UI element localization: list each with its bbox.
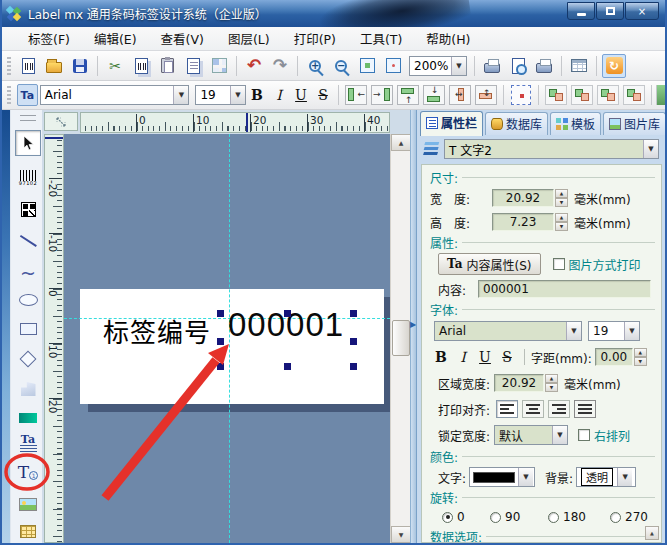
zoom-level-select[interactable]: 200% ▼ xyxy=(409,56,467,76)
curve-tool[interactable]: ~ xyxy=(15,260,41,286)
print-setup-button[interactable] xyxy=(480,54,504,78)
print-align-center-button[interactable] xyxy=(522,400,544,418)
line-tool[interactable] xyxy=(15,228,41,254)
selection-handle[interactable] xyxy=(350,363,357,370)
ellipse-tool[interactable] xyxy=(15,287,41,313)
open-button[interactable] xyxy=(42,54,66,78)
polygon-tool[interactable] xyxy=(15,376,41,402)
print-align-right-button[interactable] xyxy=(548,400,570,418)
scrollbar-thumb[interactable] xyxy=(392,320,410,356)
object-selector[interactable]: T 文字2 ▼ xyxy=(444,139,659,159)
duplicate-button[interactable] xyxy=(181,54,205,78)
menu-help[interactable]: 帮助(H) xyxy=(414,26,482,51)
table-tool[interactable] xyxy=(15,518,41,544)
options-button[interactable]: ↻ xyxy=(602,54,626,78)
fill-rect-tool[interactable] xyxy=(15,405,41,431)
selection-handle[interactable] xyxy=(217,338,224,345)
toolbox-grip[interactable] xyxy=(15,112,41,124)
fit-selection-button[interactable] xyxy=(381,54,405,78)
diamond-tool[interactable] xyxy=(15,346,41,372)
paste-button[interactable] xyxy=(155,54,179,78)
space-horizontal-button[interactable] xyxy=(545,85,567,105)
fit-window-button[interactable] xyxy=(355,54,379,78)
menu-view[interactable]: 查看(V) xyxy=(149,26,216,51)
height-input[interactable]: 7.23 xyxy=(492,213,554,231)
font-family-select[interactable]: Arial ▼ xyxy=(40,85,190,105)
menu-print[interactable]: 打印(P) xyxy=(282,26,348,51)
multi-copy-button[interactable] xyxy=(207,54,231,78)
undo-button[interactable]: ↶ xyxy=(242,54,266,78)
maximize-button[interactable] xyxy=(596,2,624,20)
print-preview-button[interactable] xyxy=(506,54,530,78)
panel-strike-button[interactable]: S xyxy=(496,346,518,368)
menu-label[interactable]: 标签(F) xyxy=(16,26,82,51)
equal-width-button[interactable] xyxy=(597,85,619,105)
tab-properties[interactable]: 属性栏 xyxy=(420,111,483,136)
rotation-0-radio[interactable]: 0 xyxy=(442,510,490,524)
partial-toolbar-icon[interactable] xyxy=(656,85,665,105)
font-size-dropdown-icon[interactable]: ▼ xyxy=(230,86,245,104)
align-bottom-button[interactable] xyxy=(423,85,445,105)
bold-button[interactable]: B xyxy=(246,84,268,106)
vertical-ruler[interactable]: -20 -10 0 10 20 xyxy=(44,134,64,543)
minimize-button[interactable] xyxy=(567,2,595,20)
design-canvas[interactable]: 标签编号 000001 xyxy=(64,134,390,543)
content-properties-button[interactable]: Ta 内容属性(S) xyxy=(438,253,541,275)
panel-italic-button[interactable]: I xyxy=(452,346,474,368)
cut-button[interactable]: ✂ xyxy=(103,54,127,78)
tab-database[interactable]: 数据库 xyxy=(485,112,548,135)
static-text-object[interactable]: 标签编号 xyxy=(103,312,211,349)
content-input[interactable]: 000001 xyxy=(478,280,651,298)
selection-handle[interactable] xyxy=(217,310,224,317)
right-arrange-checkbox[interactable] xyxy=(578,429,590,441)
print-button[interactable] xyxy=(532,54,556,78)
italic-button[interactable]: I xyxy=(268,84,290,106)
panel-bold-button[interactable]: B xyxy=(430,346,452,368)
underline-button[interactable]: U xyxy=(290,84,312,106)
ruler-origin-box[interactable] xyxy=(44,112,78,131)
toolbar-grip[interactable] xyxy=(7,57,11,75)
selection-handle[interactable] xyxy=(350,310,357,317)
rotation-180-radio[interactable]: 180 xyxy=(548,510,610,524)
panel-font-size-select[interactable]: 19 ▼ xyxy=(588,321,640,341)
snap-selection-button[interactable] xyxy=(511,85,531,105)
object-selector-dropdown-icon[interactable]: ▼ xyxy=(643,140,658,158)
center-horizontal-button[interactable] xyxy=(449,85,471,105)
center-vertical-button[interactable] xyxy=(475,85,497,105)
image-tool[interactable] xyxy=(15,491,41,517)
data-table-button[interactable] xyxy=(567,54,591,78)
menu-layer[interactable]: 图层(L) xyxy=(216,26,282,51)
qrcode-tool[interactable] xyxy=(15,196,41,222)
width-spinner[interactable]: ▲▼ xyxy=(555,189,568,207)
toolbar-grip-2[interactable] xyxy=(7,86,11,104)
select-tool[interactable] xyxy=(15,130,41,156)
spacing-input[interactable]: 0.00 xyxy=(595,348,633,366)
align-left-button[interactable] xyxy=(345,85,367,105)
save-button[interactable] xyxy=(68,54,92,78)
spacing-spinner[interactable]: ▲▼ xyxy=(634,348,647,366)
zoom-dropdown-icon[interactable]: ▼ xyxy=(451,57,466,75)
panel-scroll-up-button[interactable]: ▲ xyxy=(645,526,659,540)
new-label-button[interactable] xyxy=(16,54,40,78)
serial-text-tool[interactable]: T1 xyxy=(15,459,41,485)
selection-handle[interactable] xyxy=(284,363,291,370)
align-right-button[interactable] xyxy=(371,85,393,105)
equal-height-button[interactable] xyxy=(623,85,645,105)
rotation-90-radio[interactable]: 90 xyxy=(490,510,548,524)
copy-button[interactable] xyxy=(129,54,153,78)
tab-gallery[interactable]: 图片库 xyxy=(603,112,666,135)
background-color-select[interactable]: 透明 ▼ xyxy=(576,467,636,487)
height-spinner[interactable]: ▲▼ xyxy=(555,213,568,231)
text-format-button[interactable]: Ta xyxy=(17,84,38,106)
image-print-checkbox[interactable] xyxy=(553,258,565,270)
zoom-out-button[interactable]: − xyxy=(329,54,353,78)
lock-width-select[interactable]: 默认 ▼ xyxy=(494,425,568,445)
zoom-in-button[interactable]: + xyxy=(303,54,327,78)
scroll-up-button[interactable]: ▲ xyxy=(391,134,411,151)
menu-tools[interactable]: 工具(T) xyxy=(348,26,414,51)
area-width-input[interactable]: 20.92 xyxy=(494,374,544,392)
redo-button[interactable]: ↷ xyxy=(268,54,292,78)
canvas-vertical-scrollbar[interactable]: ▲ ▼ xyxy=(390,134,410,543)
menu-edit[interactable]: 编辑(E) xyxy=(82,26,149,51)
align-top-button[interactable] xyxy=(397,85,419,105)
